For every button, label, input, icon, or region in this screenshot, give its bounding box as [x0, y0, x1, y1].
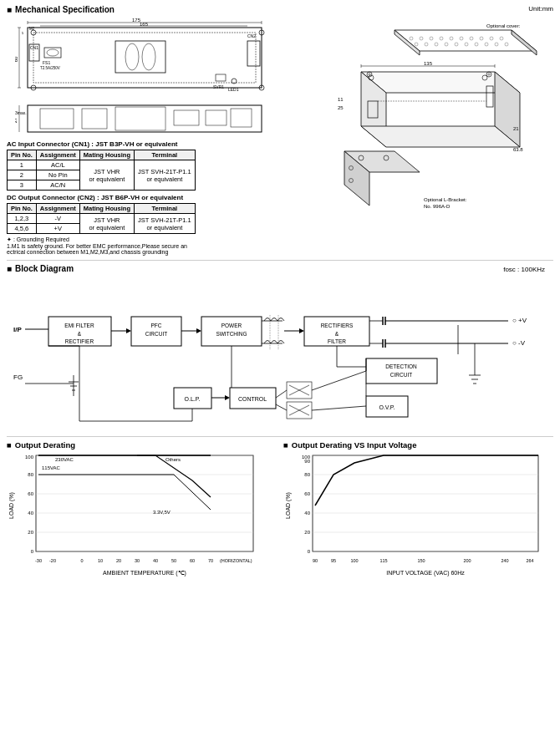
cn1-section: AC Input Connector (CN1) : JST B3P-VH or… [7, 140, 291, 191]
cn1-row-1: 1 AC/L JST VHRor equivalent JST SVH-21T-… [8, 160, 196, 170]
svg-text:165: 165 [140, 22, 149, 27]
top-cover [395, 30, 537, 55]
svg-text:O.L.P.: O.L.P. [185, 396, 201, 402]
svg-text:-20: -20 [49, 558, 56, 563]
cn2-section: DC Output Connector (CN2) : JST B6P-VH o… [7, 194, 291, 234]
block-diagram-svg: I/P FG EMI FILTER & RECTIFIER PFC CIRCUI… [7, 275, 553, 429]
svg-point-5 [47, 49, 59, 56]
svg-text:Optional L-Bracket:: Optional L-Bracket: [424, 197, 467, 202]
svg-rect-39 [231, 109, 252, 127]
svg-text:60: 60 [28, 491, 33, 496]
svg-rect-38 [206, 110, 227, 125]
svg-text:-30: -30 [35, 558, 42, 563]
svg-text:0: 0 [80, 558, 83, 563]
cn2-header-pinno: Pin No. [8, 204, 37, 214]
svg-rect-36 [115, 107, 165, 130]
svg-text:11: 11 [338, 97, 344, 102]
svg-rect-177 [36, 455, 253, 551]
svg-text:○ +V: ○ +V [512, 317, 527, 324]
svg-text:FS1: FS1 [43, 60, 50, 65]
svg-point-9 [125, 43, 139, 70]
svg-text:POWER: POWER [221, 323, 242, 328]
svg-text:PFC: PFC [151, 323, 162, 328]
cn1-title: AC Input Connector (CN1) : JST B3P-VH or… [7, 140, 291, 148]
svg-text:FILTER: FILTER [328, 338, 346, 344]
exploded-svg: Optional cover: No. 996A-T [294, 18, 553, 218]
svg-text:T2.5A/250V: T2.5A/250V [40, 66, 60, 70]
svg-text:CONTROL: CONTROL [238, 396, 267, 402]
svg-text:20: 20 [304, 530, 310, 535]
mech-drawings: CN1 FS1 T2.5A/250V CN2 LED1 SVR1 [7, 18, 291, 255]
note2: ectrical connection between M1,M2,M3,and… [7, 249, 291, 255]
grounding-note: ✦ : Grounding Required [7, 236, 291, 243]
block-diagram-section: Block Diagram fosc : 100KHz I/P FG EMI F… [7, 260, 553, 431]
svg-text:○ -V: ○ -V [512, 339, 526, 347]
svg-text:0: 0 [308, 549, 311, 554]
svg-marker-71 [361, 126, 520, 147]
svg-text:3max.: 3max. [15, 110, 27, 115]
svg-text:FG: FG [13, 373, 23, 381]
chart2-title: Output Derating VS Input Voltage [283, 440, 553, 450]
svg-text:DETECTION: DETECTION [385, 363, 417, 369]
svg-text:135: 135 [424, 61, 433, 66]
svg-text:SWITCHING: SWITCHING [216, 331, 247, 337]
cn2-header-terminal: Terminal [135, 204, 196, 214]
chart2-container: Output Derating VS Input Voltage 0 20 40… [283, 440, 553, 582]
svg-rect-149 [366, 358, 437, 384]
svg-text:&: & [78, 331, 82, 337]
svg-text:Optional cover:: Optional cover: [486, 23, 521, 28]
svg-text:20: 20 [116, 558, 121, 563]
svg-text:25: 25 [338, 105, 344, 110]
svg-rect-34 [40, 109, 74, 129]
cn2-header-housing: Mating Housing [79, 204, 134, 214]
svg-text:RECTIFIER: RECTIFIER [65, 338, 94, 344]
svg-text:Others: Others [165, 457, 181, 462]
unit-label: Unit:mm [528, 5, 553, 13]
svg-line-169 [312, 371, 366, 390]
svg-text:40: 40 [304, 511, 310, 516]
svg-text:60: 60 [190, 558, 195, 563]
charts-row: Output Derating 0 20 40 60 80 100 LOAD (… [7, 436, 553, 582]
svg-text:80: 80 [28, 472, 33, 477]
svg-text:RECTIFIERS: RECTIFIERS [321, 323, 354, 328]
svg-text:3.3V,5V: 3.3V,5V [153, 510, 171, 515]
cn2-table: Pin No. Assignment Mating Housing Termin… [7, 203, 196, 234]
svg-text:M2: M2 [29, 27, 35, 31]
svg-text:21: 21 [513, 126, 519, 131]
svg-rect-8 [115, 41, 165, 73]
note1: 1.M1 is safety ground. For better EMC pe… [7, 243, 291, 249]
svg-text:63.8: 63.8 [513, 147, 523, 152]
svg-text:115: 115 [379, 558, 387, 563]
svg-text:70: 70 [208, 558, 213, 563]
notes-section: ✦ : Grounding Required 1.M1 is safety gr… [7, 236, 291, 255]
cn2-title: DC Output Connector (CN2) : JST B6P-VH o… [7, 194, 291, 201]
svg-marker-155 [225, 395, 230, 400]
svg-text:0: 0 [31, 549, 34, 554]
svg-text:5: 5 [22, 31, 24, 35]
svg-line-167 [276, 390, 287, 398]
svg-marker-126 [299, 328, 304, 333]
svg-marker-117 [196, 328, 201, 333]
svg-text:CN1: CN1 [30, 45, 38, 50]
exploded-view: Optional cover: No. 996A-T [294, 18, 553, 255]
svg-rect-35 [82, 109, 107, 129]
cn1-header-housing: Mating Housing [79, 150, 134, 160]
svg-text:264: 264 [526, 558, 533, 563]
svg-text:LOAD (%): LOAD (%) [285, 492, 292, 519]
svg-text:LOAD (%): LOAD (%) [8, 492, 15, 519]
svg-text:50: 50 [171, 558, 176, 563]
svg-text:27: 27 [15, 117, 18, 123]
svg-rect-37 [174, 110, 199, 125]
svg-rect-1 [33, 33, 256, 83]
svg-text:30: 30 [135, 558, 140, 563]
side-view-drawing: 27 3max. [15, 102, 274, 137]
chart1-title: Output Derating [7, 440, 277, 450]
svg-line-170 [312, 406, 366, 410]
svg-text:60: 60 [15, 56, 18, 62]
page: Unit:mm Mechanical Specification CN1 FS1… [0, 0, 560, 752]
svg-text:100: 100 [25, 455, 34, 460]
svg-text:240: 240 [501, 558, 508, 563]
svg-text:SVR1: SVR1 [213, 84, 224, 89]
top-view-drawing: CN1 FS1 T2.5A/250V CN2 LED1 SVR1 [15, 18, 274, 99]
svg-text:CN2: CN2 [247, 33, 256, 38]
